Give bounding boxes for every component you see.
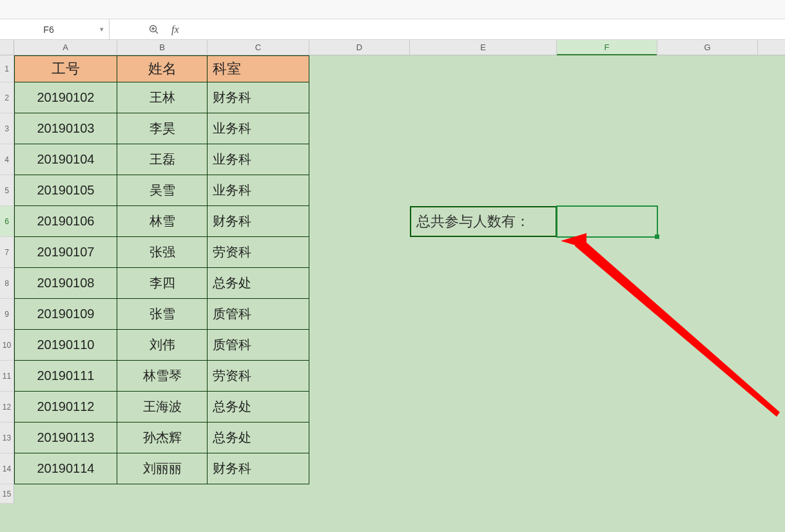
cell-id-5[interactable]: 20190105 <box>14 175 117 206</box>
name-box-dropdown-icon[interactable]: ▾ <box>97 25 109 33</box>
row-header-14[interactable]: 14 <box>0 453 14 484</box>
cell-E7[interactable] <box>410 237 557 268</box>
cell-G7[interactable] <box>657 237 758 268</box>
cell-id-6[interactable]: 20190106 <box>14 206 117 237</box>
cell-D9[interactable] <box>309 299 410 330</box>
cell-dept-3[interactable]: 业务科 <box>208 113 309 144</box>
cell-G9[interactable] <box>657 299 758 330</box>
row-header-15[interactable]: 15 <box>0 484 14 504</box>
cell-B15[interactable] <box>117 484 208 504</box>
row-header-8[interactable]: 8 <box>0 268 14 299</box>
cell-name-10[interactable]: 刘伟 <box>117 330 208 361</box>
cell-name-3[interactable]: 李昊 <box>117 113 208 144</box>
select-all-corner[interactable] <box>0 40 14 55</box>
cell-name-13[interactable]: 孙杰辉 <box>117 423 208 453</box>
cell-dept-8[interactable]: 总务处 <box>208 268 309 299</box>
cell-dept-4[interactable]: 业务科 <box>208 144 309 175</box>
cell-D3[interactable] <box>309 113 410 144</box>
cell-D13[interactable] <box>309 423 410 453</box>
cell-E13[interactable] <box>410 423 557 453</box>
cell-G4[interactable] <box>657 144 758 175</box>
cell-E11[interactable] <box>410 361 557 392</box>
cell-D7[interactable] <box>309 237 410 268</box>
cell-id-8[interactable]: 20190108 <box>14 268 117 299</box>
cell-G14[interactable] <box>657 453 758 484</box>
row-header-9[interactable]: 9 <box>0 299 14 330</box>
cell-id-2[interactable]: 20190102 <box>14 82 117 113</box>
cell-id-10[interactable]: 20190110 <box>14 330 117 361</box>
col-header-F[interactable]: F <box>557 40 657 55</box>
cell-F15[interactable] <box>557 484 657 504</box>
cell-dept-14[interactable]: 财务科 <box>208 453 309 484</box>
cell-name-6[interactable]: 林雪 <box>117 206 208 237</box>
cell-G8[interactable] <box>657 268 758 299</box>
cell-E4[interactable] <box>410 144 557 175</box>
cell-F13[interactable] <box>557 423 657 453</box>
cell-F8[interactable] <box>557 268 657 299</box>
cell-D8[interactable] <box>309 268 410 299</box>
cell-dept-12[interactable]: 总务处 <box>208 392 309 423</box>
cell-id-7[interactable]: 20190107 <box>14 237 117 268</box>
cell-E12[interactable] <box>410 392 557 423</box>
header-id[interactable]: 工号 <box>14 55 117 82</box>
cell-D6[interactable] <box>309 206 410 237</box>
cell-F14[interactable] <box>557 453 657 484</box>
row-header-3[interactable]: 3 <box>0 113 14 144</box>
row-header-12[interactable]: 12 <box>0 392 14 423</box>
cell-id-9[interactable]: 20190109 <box>14 299 117 330</box>
cell-D5[interactable] <box>309 175 410 206</box>
cell-G13[interactable] <box>657 423 758 453</box>
cell-G11[interactable] <box>657 361 758 392</box>
cell-E15[interactable] <box>410 484 557 504</box>
cell-D15[interactable] <box>309 484 410 504</box>
spreadsheet-grid[interactable]: A B C D E F G 1工号姓名科室220190102王林财务科32019… <box>0 40 785 532</box>
cell-dept-11[interactable]: 劳资科 <box>208 361 309 392</box>
cell-dept-9[interactable]: 质管科 <box>208 299 309 330</box>
cell-result-F6[interactable] <box>557 206 657 237</box>
cell-G10[interactable] <box>657 330 758 361</box>
col-header-C[interactable]: C <box>208 40 309 55</box>
cell-id-12[interactable]: 20190112 <box>14 392 117 423</box>
cell-G3[interactable] <box>657 113 758 144</box>
cell-F2[interactable] <box>557 82 657 113</box>
formula-input[interactable] <box>192 19 785 39</box>
cell-F12[interactable] <box>557 392 657 423</box>
cell-F5[interactable] <box>557 175 657 206</box>
col-header-A[interactable]: A <box>14 40 117 55</box>
cell-id-14[interactable]: 20190114 <box>14 453 117 484</box>
row-header-2[interactable]: 2 <box>0 82 14 113</box>
cell-D2[interactable] <box>309 82 410 113</box>
cell-E3[interactable] <box>410 113 557 144</box>
cell-name-12[interactable]: 王海波 <box>117 392 208 423</box>
row-header-4[interactable]: 4 <box>0 144 14 175</box>
cell-E14[interactable] <box>410 453 557 484</box>
cell-id-3[interactable]: 20190103 <box>14 113 117 144</box>
cell-F7[interactable] <box>557 237 657 268</box>
cell-dept-5[interactable]: 业务科 <box>208 175 309 206</box>
col-header-D[interactable]: D <box>309 40 410 55</box>
cell-G5[interactable] <box>657 175 758 206</box>
row-header-10[interactable]: 10 <box>0 330 14 361</box>
cell-E8[interactable] <box>410 268 557 299</box>
cell-name-8[interactable]: 李四 <box>117 268 208 299</box>
cell-dept-10[interactable]: 质管科 <box>208 330 309 361</box>
row-header-11[interactable]: 11 <box>0 361 14 392</box>
cell-F9[interactable] <box>557 299 657 330</box>
cell-D4[interactable] <box>309 144 410 175</box>
row-header-7[interactable]: 7 <box>0 237 14 268</box>
cell-E1[interactable] <box>410 55 557 82</box>
cell-dept-7[interactable]: 劳资科 <box>208 237 309 268</box>
cell-E2[interactable] <box>410 82 557 113</box>
cell-id-11[interactable]: 20190111 <box>14 361 117 392</box>
cell-id-13[interactable]: 20190113 <box>14 423 117 453</box>
cell-name-11[interactable]: 林雪琴 <box>117 361 208 392</box>
cell-F1[interactable] <box>557 55 657 82</box>
cell-F3[interactable] <box>557 113 657 144</box>
cell-F11[interactable] <box>557 361 657 392</box>
header-name[interactable]: 姓名 <box>117 55 208 82</box>
cell-D14[interactable] <box>309 453 410 484</box>
cell-D12[interactable] <box>309 392 410 423</box>
cell-F4[interactable] <box>557 144 657 175</box>
cell-A15[interactable] <box>14 484 117 504</box>
zoom-icon[interactable] <box>148 24 160 35</box>
